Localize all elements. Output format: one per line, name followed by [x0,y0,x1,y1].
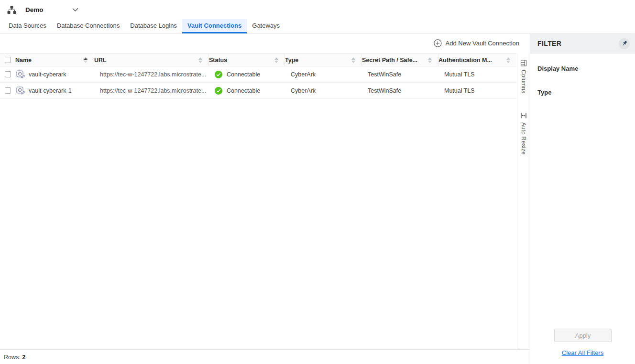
tab-data-sources[interactable]: Data Sources [3,19,52,33]
vault-auth-mode: Mutual TLS [438,66,516,82]
apply-button[interactable]: Apply [554,329,612,342]
check-circle-icon [215,71,222,78]
table-side-strip: Columns Auto Resize [517,54,530,349]
project-name: Demo [25,6,44,13]
row-checkbox[interactable] [5,87,11,94]
vault-auth-mode: Mutual TLS [438,83,516,98]
tab-database-connections[interactable]: Database Connections [52,19,125,33]
plus-circle-icon [434,39,442,47]
sort-icon [506,57,510,63]
sitemap-icon [7,5,17,14]
horizontal-resize-icon [520,112,527,119]
vault-secret-path: TestWinSafe [362,83,438,98]
filter-panel-body: Display Name Type [530,65,635,96]
table-header-row: Name URL Status Type Secret Path / Safe.… [0,54,516,66]
toolbar: Add New Vault Connection [0,34,530,54]
sort-icon [274,57,278,63]
column-header-name[interactable]: Name [15,54,94,66]
vault-connections-table: Name URL Status Type Secret Path / Safe.… [0,54,516,99]
column-header-authentication-mode[interactable]: Authentication M... [438,54,516,66]
pin-icon [621,40,628,47]
auto-resize-button-label: Auto Resize [520,122,527,155]
pin-filter-button[interactable] [619,38,630,49]
vault-icon [16,86,25,95]
chevron-down-icon[interactable] [72,8,78,12]
auto-resize-button[interactable]: Auto Resize [520,112,527,155]
vault-url: https://tec-w-1247722.labs.microstrate..… [94,66,209,82]
vault-name: vault-cyberark [29,71,66,78]
sort-icon [84,57,88,63]
columns-button[interactable]: Columns [520,60,527,93]
tab-database-logins[interactable]: Database Logins [125,19,182,33]
tab-bar: Data Sources Database Connections Databa… [0,19,635,34]
sort-icon [351,57,355,63]
status-badge: Connectable [227,87,260,94]
table-footer: Rows: 2 [0,349,530,364]
filter-field-display-name[interactable]: Display Name [537,65,628,72]
vault-type: CyberArk [285,83,362,98]
column-header-url[interactable]: URL [94,54,209,66]
column-header-type[interactable]: Type [285,54,362,66]
column-header-status[interactable]: Status [209,54,285,66]
add-vault-connection-label: Add New Vault Connection [446,40,519,47]
tab-gateways[interactable]: Gateways [247,19,285,33]
columns-button-label: Columns [520,70,527,93]
vault-url: https://tec-w-1247722.labs.microstrate..… [94,83,209,98]
filter-panel-header: FILTER [530,34,635,54]
vault-secret-path: TestWinSafe [362,66,438,82]
tab-vault-connections[interactable]: Vault Connections [182,19,247,33]
status-badge: Connectable [227,71,260,78]
topbar: Demo [0,0,635,19]
sort-icon [428,57,432,63]
clear-all-filters-link[interactable]: Clear All Filters [530,349,635,356]
table-row[interactable]: vault-cyberark-1 https://tec-w-1247722.l… [0,83,516,99]
check-circle-icon [215,87,222,95]
select-all-checkbox[interactable] [5,57,11,63]
column-header-secret-path[interactable]: Secret Path / Safe... [362,54,438,66]
filter-panel: FILTER Display Name Type Apply Clear All… [530,34,635,364]
table-columns-icon [520,60,527,66]
row-checkbox[interactable] [5,71,11,77]
rows-count-label: Rows: [4,354,21,361]
vault-icon [16,70,25,78]
filter-field-type[interactable]: Type [537,89,628,96]
vault-type: CyberArk [285,66,362,82]
filter-panel-title: FILTER [537,40,561,47]
sort-icon [198,57,202,63]
rows-count-value: 2 [22,354,25,361]
main-area: Add New Vault Connection Name URL Status… [0,34,530,364]
add-vault-connection-button[interactable]: Add New Vault Connection [434,39,519,47]
vault-name: vault-cyberark-1 [29,87,72,94]
table-row[interactable]: vault-cyberark https://tec-w-1247722.lab… [0,66,516,83]
